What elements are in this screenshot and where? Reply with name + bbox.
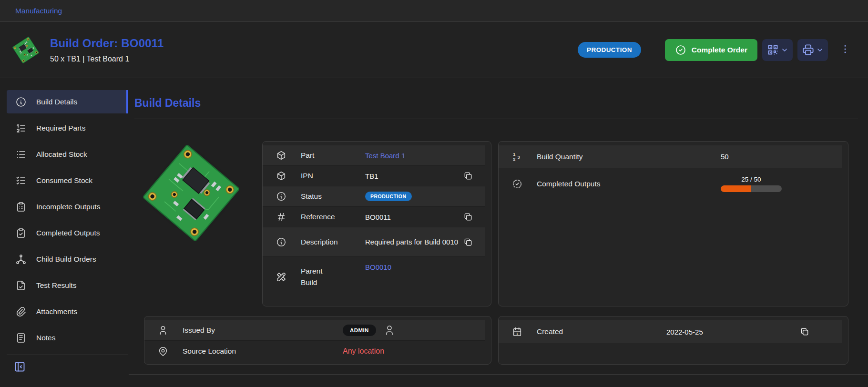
section-heading: Build Details (134, 96, 868, 110)
part-link[interactable]: Test Board 1 (365, 152, 405, 160)
sidebar-item-notes[interactable]: Notes (7, 326, 128, 349)
box-icon (276, 150, 286, 161)
main-content: Build Details PartTest Board 1IPNTB1Stat… (129, 78, 868, 375)
row-value: 50 (721, 153, 842, 161)
calendar-icon: 1 (512, 326, 522, 337)
row-value: BO0011 (365, 213, 463, 221)
sidebar-item-allocated-stock[interactable]: Allocated Stock (7, 143, 128, 166)
status-badge: PRODUCTION (578, 42, 641, 58)
printer-icon (802, 43, 815, 56)
row-value: BO0010 (365, 257, 463, 271)
pcb-graphic (139, 141, 244, 245)
part-thumbnail[interactable] (12, 36, 40, 64)
row-label: Parent Build (301, 265, 330, 288)
sidebar-item-test-results[interactable]: Test Results (7, 274, 128, 297)
parent-build-link[interactable]: BO0010 (365, 263, 391, 271)
complete-order-button[interactable]: Complete Order (665, 39, 757, 61)
qrcode-icon (766, 43, 779, 56)
copy-button[interactable] (800, 327, 809, 336)
svg-text:2: 2 (513, 156, 515, 161)
copy-icon (463, 212, 473, 222)
map-pin-icon (158, 346, 168, 356)
user-icon (158, 325, 168, 336)
build-info-panel: PartTest Board 1IPNTB1StatusPRODUCTIONRe… (262, 141, 491, 306)
svg-text:1: 1 (516, 332, 518, 336)
error-value: Any location (343, 347, 384, 355)
sidebar-item-attachments[interactable]: Attachments (7, 300, 128, 323)
row-value: 25 / 50 (721, 176, 842, 192)
copy-icon (463, 171, 473, 181)
sidebar-item-completed-outputs[interactable]: Completed Outputs (7, 221, 128, 244)
notes-icon (15, 332, 27, 344)
issued-panel: Issued ByADMINSource LocationAny locatio… (144, 316, 491, 365)
row-value: PRODUCTION (365, 192, 463, 201)
sidebar-collapse-button[interactable] (13, 360, 26, 375)
sidebar-item-label: Test Results (36, 281, 76, 290)
complete-order-label: Complete Order (692, 46, 747, 54)
progress-bar: 25 / 50 (721, 176, 782, 192)
sidebar-item-label: Notes (36, 334, 56, 342)
detail-row-reference: ReferenceBO0011 (263, 207, 485, 227)
copy-icon (463, 237, 473, 247)
detail-row-ipn: IPNTB1 (263, 166, 485, 186)
sidebar-item-consumed-stock[interactable]: Consumed Stock (7, 169, 128, 192)
detail-row-created: 1Created2022-05-25 (499, 320, 842, 343)
page-subtitle: 50 x TB1 | Test Board 1 (50, 55, 164, 63)
text-value: BO0011 (365, 213, 391, 221)
tools-icon (276, 272, 286, 282)
copy-button[interactable] (463, 212, 473, 222)
detail-row-completed-outputs: Completed Outputs25 / 50 (499, 168, 842, 200)
dots-vertical-icon (839, 43, 851, 55)
part-image[interactable] (140, 142, 243, 244)
row-label: Completed Outputs (537, 180, 721, 188)
panel-collapse-left-icon (13, 360, 26, 375)
detail-row-build-quantity: 123Build Quantity50 (499, 145, 842, 168)
title-block: Build Order: BO0011 50 x TB1 | Test Boar… (50, 37, 164, 63)
chevron-down-icon (816, 46, 824, 54)
printer-icon (802, 43, 815, 56)
quantity-panel: 123Build Quantity50Completed Outputs25 /… (498, 141, 848, 306)
list-check-icon (15, 175, 27, 186)
copy-icon (800, 327, 809, 336)
copy-button[interactable] (463, 237, 473, 247)
status-badge: PRODUCTION (365, 192, 412, 201)
qrcode-icon (766, 43, 779, 56)
sidebar-item-incomplete-outputs[interactable]: Incomplete Outputs (7, 195, 128, 218)
circle-check-icon (675, 44, 686, 56)
row-label: Created (537, 327, 666, 336)
breadcrumb-link-manufacturing[interactable]: Manufacturing (15, 7, 62, 15)
overflow-menu-button[interactable] (837, 43, 854, 57)
progress-check-icon (512, 179, 522, 189)
info-circle-icon (276, 191, 286, 202)
barcode-actions-button[interactable] (762, 39, 793, 61)
sidebar: Build DetailsRequired PartsAllocated Sto… (0, 78, 128, 387)
row-value: Any location (343, 347, 485, 356)
copy-button[interactable] (463, 171, 473, 181)
list-numbers-icon (15, 122, 27, 134)
sidebar-item-label: Consumed Stock (36, 176, 92, 185)
row-label: Build Quantity (537, 153, 721, 161)
pcb-graphic (11, 35, 41, 64)
sidebar-item-child-build-orders[interactable]: Child Build Orders (7, 247, 128, 271)
sidebar-item-label: Required Parts (36, 124, 85, 132)
detail-row-parent-build: Parent BuildBO0010 (263, 257, 485, 297)
row-label: Source Location (183, 347, 343, 356)
progress-label: 25 / 50 (741, 176, 761, 183)
box-icon (276, 171, 286, 181)
row-value: Test Board 1 (365, 152, 463, 160)
progress-track (721, 185, 782, 192)
sidebar-item-label: Child Build Orders (36, 255, 96, 264)
detail-row-issued-by: Issued ByADMIN (144, 320, 485, 341)
chevron-down-icon (816, 46, 824, 54)
detail-row-status: StatusPRODUCTION (263, 186, 485, 207)
sidebar-item-build-details[interactable]: Build Details (7, 90, 128, 113)
print-actions-button[interactable] (797, 39, 828, 61)
hierarchy-icon (15, 254, 27, 265)
svg-text:1: 1 (513, 152, 515, 157)
text-value: Required parts for Build 0010 (365, 238, 458, 246)
sidebar-item-required-parts[interactable]: Required Parts (7, 116, 128, 140)
user-badge-group: ADMIN (343, 325, 485, 336)
row-label: Description (301, 238, 365, 246)
sidebar-item-label: Allocated Stock (36, 150, 87, 159)
header-actions: PRODUCTION Complete Order (578, 39, 854, 61)
